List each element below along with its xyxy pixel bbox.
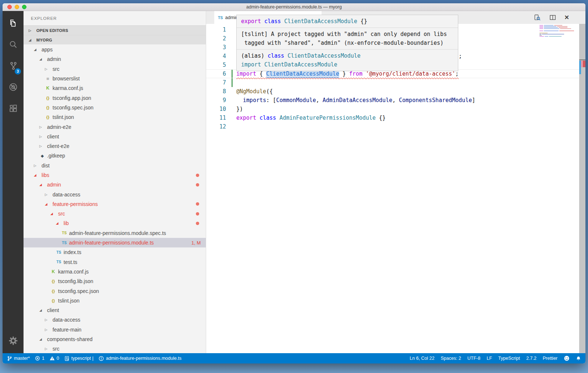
tree-item-tsconfig.lib.json[interactable]: {}tsconfig.lib.json xyxy=(24,276,206,286)
tree-item-karma.conf.js[interactable]: Kkarma.conf.js xyxy=(24,267,206,276)
status-indentation[interactable]: Spaces: 2 xyxy=(441,356,461,361)
code-area[interactable]: 123 ;4 ';56import { ClientDataAccessModu… xyxy=(206,24,585,353)
workspace-root-section[interactable]: ◢MYORG xyxy=(24,35,206,44)
tree-item-data-access[interactable]: ▷data-access xyxy=(24,315,206,325)
chevron-right-icon[interactable]: ▷ xyxy=(39,135,45,138)
chevron-down-icon[interactable]: ◢ xyxy=(50,212,56,216)
tree-item-dist[interactable]: ▷dist xyxy=(24,161,206,170)
chevron-right-icon[interactable]: ▷ xyxy=(45,67,51,71)
git-file-icon: ◆ xyxy=(39,154,45,158)
tree-item-label: tsconfig.spec.json xyxy=(58,288,99,294)
activity-bar: 3 xyxy=(3,11,24,353)
chevron-right-icon[interactable]: ▷ xyxy=(39,125,45,129)
json-file-icon: {} xyxy=(45,115,51,119)
chevron-right-icon[interactable]: ▷ xyxy=(39,144,45,148)
tree-item-admin[interactable]: ◢admin xyxy=(24,54,206,64)
chevron-right-icon[interactable]: ▷ xyxy=(45,328,51,332)
status-ts-version[interactable]: 2.7.2 xyxy=(526,356,537,361)
open-preview-button[interactable] xyxy=(534,14,541,21)
list-file-icon: ≡ xyxy=(45,76,51,82)
tree-item-admin-e2e[interactable]: ▷admin-e2e xyxy=(24,122,206,131)
line-text[interactable]: export class AdminFeaturePermissionsModu… xyxy=(236,113,386,122)
line-text[interactable]: @NgModule({ xyxy=(236,87,273,96)
settings-gear-button[interactable] xyxy=(3,334,24,349)
tree-item-lib[interactable]: ◢lib xyxy=(24,218,206,228)
status-error-count[interactable]: 1 xyxy=(35,356,44,361)
tree-item-tslint.json[interactable]: {}tslint.json xyxy=(24,296,206,305)
code-line-12[interactable]: 12 xyxy=(206,122,585,131)
tree-item-label: admin-feature-permissions.module.ts xyxy=(69,240,154,246)
gutter-modified-indicator xyxy=(232,113,233,122)
status-feedback[interactable] xyxy=(564,355,570,361)
tree-item-libs[interactable]: ◢libs xyxy=(24,170,206,180)
activity-search-button[interactable] xyxy=(3,35,24,56)
close-editor-button[interactable]: ✕ xyxy=(564,14,569,21)
open-editors-section[interactable]: ▷OPEN EDITORS xyxy=(24,25,206,35)
status-eol[interactable]: LF xyxy=(487,356,492,361)
code-line-11[interactable]: 11export class AdminFeaturePermissionsMo… xyxy=(206,113,585,122)
chevron-right-icon[interactable]: ▷ xyxy=(45,193,51,196)
minimap[interactable] xyxy=(537,25,579,37)
tree-item-tslint.json[interactable]: {}tslint.json xyxy=(24,112,206,122)
tree-item-client[interactable]: ▷client xyxy=(24,132,206,141)
modified-dot-badge xyxy=(196,183,199,186)
activity-debug-button[interactable] xyxy=(3,77,24,98)
status-git-status[interactable]: master* xyxy=(7,356,30,361)
branch-icon xyxy=(7,356,12,361)
status-notifications[interactable] xyxy=(576,356,581,361)
code-line-7[interactable]: 7 xyxy=(206,78,585,87)
activity-extensions-button[interactable] xyxy=(3,98,24,120)
tree-item-browserslist[interactable]: ≡browserslist xyxy=(24,74,206,83)
tree-item-karma.conf.js[interactable]: Kkarma.conf.js xyxy=(24,83,206,93)
tree-item-tsconfig.spec.json[interactable]: {}tsconfig.spec.json xyxy=(24,103,206,112)
chevron-down-icon[interactable]: ◢ xyxy=(39,308,45,312)
tree-item-admin[interactable]: ◢admin xyxy=(24,180,206,189)
line-text[interactable]: }) xyxy=(236,105,243,113)
tree-item-index.ts[interactable]: TSindex.ts xyxy=(24,247,206,257)
tree-item-src[interactable]: ▷src xyxy=(24,344,206,353)
tree-item-feature-main[interactable]: ▷feature-main xyxy=(24,325,206,334)
tree-item-admin-feature-permissions.module.ts[interactable]: TSadmin-feature-permissions.module.ts1, … xyxy=(24,238,206,247)
code-line-9[interactable]: 9 imports: [CommonModule, AdminDataAcces… xyxy=(206,96,585,105)
chevron-down-icon[interactable]: ◢ xyxy=(39,337,45,341)
tree-item-src[interactable]: ◢src xyxy=(24,209,206,218)
line-text[interactable]: imports: [CommonModule, AdminDataAccessM… xyxy=(236,96,475,105)
overview-ruler[interactable] xyxy=(579,24,585,353)
activity-explorer-button[interactable] xyxy=(3,13,24,35)
tree-item-tsconfig.spec.json[interactable]: {}tsconfig.spec.json xyxy=(24,286,206,296)
line-number: 7 xyxy=(206,78,226,87)
tree-item-data-access[interactable]: ▷data-access xyxy=(24,189,206,199)
chevron-right-icon[interactable]: ▷ xyxy=(34,164,40,167)
chevron-down-icon[interactable]: ◢ xyxy=(39,183,45,186)
tree-item-admin-feature-permissions.module.spec.ts[interactable]: TSadmin-feature-permissions.module.spec.… xyxy=(24,228,206,238)
status-encoding[interactable]: UTF-8 xyxy=(467,356,480,361)
tree-item-tsconfig.app.json[interactable]: {}tsconfig.app.json xyxy=(24,93,206,102)
line-number: 3 xyxy=(206,43,226,52)
status-problem-file[interactable]: admin-feature-permissions.module.ts xyxy=(98,356,182,361)
chevron-right-icon[interactable]: ▷ xyxy=(45,318,51,322)
status-prettier[interactable]: Prettier xyxy=(543,356,557,361)
tree-item-src[interactable]: ▷src xyxy=(24,64,206,74)
tree-item-.gitkeep[interactable]: ◆.gitkeep xyxy=(24,151,206,160)
split-editor-button[interactable] xyxy=(549,14,556,21)
status-cursor-position[interactable]: Ln 6, Col 22 xyxy=(410,356,434,361)
status-language-mode[interactable]: TypeScript xyxy=(498,356,520,361)
chevron-down-icon[interactable]: ◢ xyxy=(34,48,40,51)
chevron-right-icon[interactable]: ▷ xyxy=(45,347,51,351)
code-line-10[interactable]: 10}) xyxy=(206,105,585,113)
status-tslint-status[interactable]: typescript | xyxy=(64,356,93,361)
activity-source-control-button[interactable]: 3 xyxy=(3,56,24,77)
chevron-down-icon[interactable]: ◢ xyxy=(45,202,51,206)
chevron-down-icon[interactable]: ◢ xyxy=(39,57,45,61)
chevron-down-icon[interactable]: ◢ xyxy=(34,173,40,177)
tree-item-feature-permissions[interactable]: ◢feature-permissions xyxy=(24,199,206,209)
chevron-down-icon[interactable]: ◢ xyxy=(56,221,62,225)
tree-item-apps[interactable]: ◢apps xyxy=(24,45,206,54)
tree-item-test.ts[interactable]: TStest.ts xyxy=(24,257,206,267)
explorer-sidebar: EXPLORER ▷OPEN EDITORS ◢MYORG ◢apps◢admi… xyxy=(24,11,206,353)
tree-item-client-e2e[interactable]: ▷client-e2e xyxy=(24,141,206,151)
tree-item-client[interactable]: ◢client xyxy=(24,305,206,315)
code-line-8[interactable]: 8@NgModule({ xyxy=(206,87,585,96)
status-warning-count[interactable]: 0 xyxy=(50,356,59,361)
tree-item-components-shared[interactable]: ◢components-shared xyxy=(24,334,206,344)
